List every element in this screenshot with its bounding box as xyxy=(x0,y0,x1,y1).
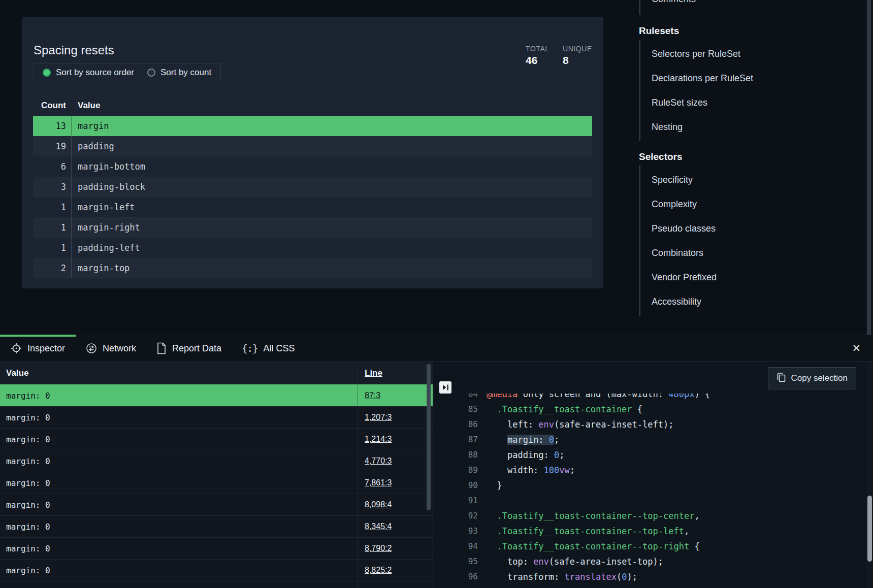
declarations-rows: margin: 087:3margin: 01,207:3margin: 01,… xyxy=(0,384,433,588)
declaration-row[interactable]: margin: 087:3 xyxy=(0,384,433,406)
property-row[interactable]: 6margin-bottom xyxy=(33,156,592,177)
line-link[interactable]: 8,825:2 xyxy=(365,566,392,575)
code-line-text xyxy=(487,493,492,508)
property-value: margin-left xyxy=(71,197,592,217)
code-line: 87 margin: 0; xyxy=(433,432,866,447)
line-link[interactable]: 4,770:3 xyxy=(365,456,392,466)
code-scrollbar-thumb[interactable] xyxy=(867,496,872,562)
property-row[interactable]: 3padding-block xyxy=(33,177,592,197)
declaration-line-cell: 1,207:3 xyxy=(357,407,433,428)
line-number: 93 xyxy=(433,524,478,539)
declaration-row[interactable]: margin: 08,098:4 xyxy=(0,494,433,515)
code-token: ( xyxy=(617,572,622,582)
sidebar-item[interactable]: Combinators xyxy=(640,241,863,265)
tab-all-css[interactable]: {:}All CSS xyxy=(232,335,305,362)
braces-icon: {:} xyxy=(242,343,257,354)
expand-panel-icon[interactable] xyxy=(439,381,451,394)
code-token: translatex xyxy=(565,572,617,582)
sidebar-item[interactable]: Accessibility xyxy=(640,289,863,314)
sidebar-item[interactable]: Pseudo classes xyxy=(640,216,863,241)
code-token xyxy=(487,435,507,445)
sidebar-item[interactable]: RuleSet sizes xyxy=(640,90,863,115)
property-count: 13 xyxy=(33,116,71,136)
declaration-row[interactable] xyxy=(0,581,433,588)
property-value: padding-left xyxy=(71,238,592,258)
declarations-scrollbar-thumb[interactable] xyxy=(427,364,431,510)
tab-network[interactable]: Network xyxy=(76,335,146,362)
property-row[interactable]: 13margin xyxy=(33,116,592,136)
code-token: ); xyxy=(627,572,637,582)
property-count: 1 xyxy=(33,197,71,217)
line-link[interactable]: 8,098:4 xyxy=(365,500,392,509)
declaration-line-cell xyxy=(357,581,433,588)
code-token: { xyxy=(632,404,642,414)
tab-label: All CSS xyxy=(263,343,295,354)
code-token: transform: xyxy=(487,572,565,582)
property-row[interactable]: 1padding-left xyxy=(33,238,592,258)
sidebar-item[interactable]: Complexity xyxy=(640,192,863,216)
declaration-line-cell: 4,770:3 xyxy=(357,450,433,472)
sort-option[interactable]: Sort by count xyxy=(147,68,211,78)
declaration-row[interactable]: margin: 01,214:3 xyxy=(0,428,433,450)
line-number: 94 xyxy=(433,539,478,554)
declaration-row[interactable]: margin: 08,345:4 xyxy=(0,515,433,537)
line-link[interactable]: 8,790:2 xyxy=(365,544,392,553)
stat-unique-value: 8 xyxy=(563,54,592,67)
line-link[interactable]: 1,214:3 xyxy=(365,435,392,444)
declaration-value: margin: 0 xyxy=(0,385,357,406)
property-value: padding xyxy=(71,136,592,156)
declarations-value-header: Value xyxy=(0,362,357,384)
code-token: ; xyxy=(559,450,564,460)
property-row[interactable]: 1margin-left xyxy=(33,197,592,217)
declaration-row[interactable]: margin: 07,861:3 xyxy=(0,472,433,494)
line-number: 84 xyxy=(433,394,478,402)
declaration-line-cell: 7,861:3 xyxy=(357,472,433,494)
page-scrollbar-thumb[interactable] xyxy=(867,0,871,335)
property-row[interactable]: 19padding xyxy=(33,136,592,156)
code-line: 88 padding: 0; xyxy=(433,447,866,463)
sidebar-item[interactable]: Nesting xyxy=(640,115,863,139)
sidebar-item[interactable]: Declarations per RuleSet xyxy=(640,66,863,90)
line-link[interactable]: 1,207:3 xyxy=(365,413,392,422)
code-scrollbar[interactable] xyxy=(866,362,873,588)
declaration-row[interactable]: margin: 08,825:2 xyxy=(0,559,433,581)
line-link[interactable]: 87:3 xyxy=(365,391,380,400)
code-line: 94 .Toastify__toast-container--top-right… xyxy=(433,539,866,554)
declaration-value: margin: 0 xyxy=(0,407,357,428)
declaration-value: margin: 0 xyxy=(0,450,357,472)
declaration-row[interactable]: margin: 08,790:2 xyxy=(0,537,433,559)
code-token xyxy=(487,526,497,536)
radio-icon xyxy=(43,69,51,77)
code-scroll-area[interactable]: 84@media only screen and (max-width: 480… xyxy=(433,394,866,588)
tab-inspector[interactable]: Inspector xyxy=(0,335,76,362)
line-link[interactable]: 8,345:4 xyxy=(365,522,392,531)
sidebar-item[interactable]: Comments xyxy=(640,0,863,13)
sort-option[interactable]: Sort by source order xyxy=(43,68,134,78)
line-link[interactable]: 7,861:3 xyxy=(365,478,392,487)
declarations-table: Value Line margin: 087:3margin: 01,207:3… xyxy=(0,362,433,588)
sidebar-item[interactable]: Selectors per RuleSet xyxy=(640,42,863,66)
declaration-row[interactable]: margin: 01,207:3 xyxy=(0,406,433,428)
code-token: .Toastify__toast-container--top-center xyxy=(497,511,694,521)
code-line-text: } xyxy=(487,478,502,493)
sidebar-item[interactable]: Vendor Prefixed xyxy=(640,265,863,289)
code-token: width: xyxy=(487,465,544,475)
copy-selection-button[interactable]: Copy selection xyxy=(768,367,856,389)
page-scrollbar[interactable] xyxy=(866,0,873,335)
code-token: ; xyxy=(570,465,575,475)
sidebar-item[interactable]: Specificity xyxy=(640,168,863,192)
property-row[interactable]: 2margin-top xyxy=(33,258,592,278)
tab-label: Inspector xyxy=(27,343,65,354)
code-line-text: .Toastify__toast-container--top-left, xyxy=(487,524,689,539)
property-count: 3 xyxy=(33,177,71,197)
tab-report-data[interactable]: Report Data xyxy=(146,335,232,362)
declaration-row[interactable]: margin: 04,770:3 xyxy=(0,450,433,472)
sidebar-group: SpecificityComplexityPseudo classesCombi… xyxy=(639,166,863,316)
declarations-line-header[interactable]: Line xyxy=(357,362,433,384)
code-token: } xyxy=(487,480,502,491)
property-row[interactable]: 1margin-right xyxy=(33,217,592,238)
close-icon[interactable]: ✕ xyxy=(852,342,861,354)
line-number: 86 xyxy=(433,417,478,432)
property-count: 6 xyxy=(33,156,71,177)
code-token: (safe-area-inset-left); xyxy=(554,419,673,430)
